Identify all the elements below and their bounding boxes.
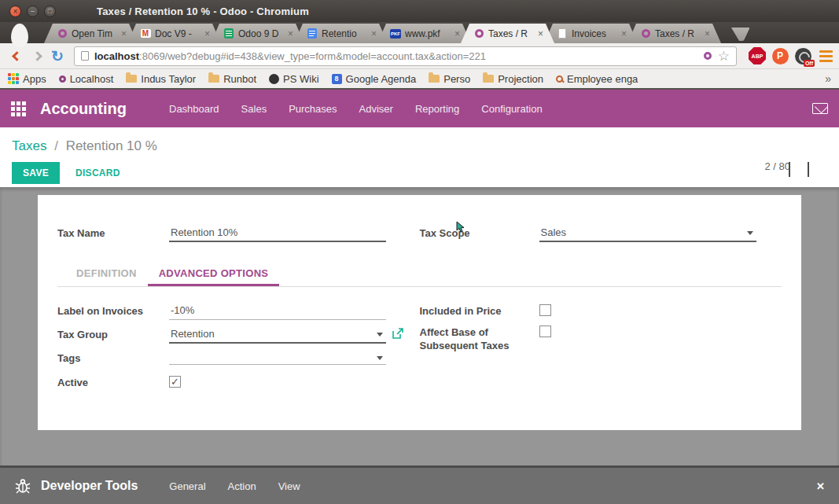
bookmark-google-agenda[interactable]: 8 Google Agenda (332, 73, 417, 85)
magnifier-icon (556, 75, 563, 83)
url-host: localhost (94, 50, 139, 62)
browser-tab-taxes-active[interactable]: Taxes / R × (461, 24, 554, 43)
bookmark-perso[interactable]: Perso (429, 73, 470, 85)
save-button[interactable]: SAVE (12, 162, 60, 184)
forward-icon (32, 51, 42, 61)
apps-grid-icon (8, 73, 19, 84)
window-controls: × – □ (9, 6, 56, 17)
internal-link-icon[interactable] (392, 328, 403, 341)
page-icon (81, 51, 89, 61)
browser-tab-retention-doc[interactable]: Retentio × (294, 24, 388, 43)
pager-next-button[interactable] (808, 162, 823, 175)
active-label: Active (57, 376, 169, 389)
app-name[interactable]: Accounting (40, 100, 127, 118)
chevron-down-icon (747, 231, 753, 235)
tax-name-input[interactable]: Retention 10% (169, 226, 386, 242)
ghostery-extension-button[interactable]: Off (794, 47, 811, 64)
tax-group-label: Tax Group (57, 328, 169, 341)
browser-menu-button[interactable] (819, 50, 833, 62)
tab-advanced-options[interactable]: ADVANCED OPTIONS (148, 259, 280, 286)
messages-envelope-icon[interactable] (812, 103, 828, 114)
form-notebook-tabs: DEFINITION ADVANCED OPTIONS (57, 259, 782, 287)
bookmark-indus-taylor[interactable]: Indus Taylor (126, 73, 196, 85)
reload-button[interactable]: ↻ (47, 46, 68, 65)
record-pager: 2 / 80 (764, 160, 790, 172)
bookmark-star-icon[interactable]: ☆ (718, 50, 730, 63)
tab-close-icon[interactable]: × (204, 28, 210, 39)
reload-icon: ↻ (51, 49, 64, 64)
menu-reporting[interactable]: Reporting (407, 98, 467, 120)
tab-close-icon[interactable]: × (454, 28, 460, 39)
menu-purchases[interactable]: Purchases (281, 98, 344, 120)
tab-close-icon[interactable]: × (371, 28, 377, 39)
discard-button[interactable]: DISCARD (75, 167, 120, 178)
affect-base-checkbox[interactable] (539, 326, 551, 337)
tax-group-select[interactable]: Retention (169, 328, 386, 344)
forward-button[interactable] (27, 46, 47, 65)
tax-scope-label: Tax Scope (420, 226, 539, 240)
tab-close-icon[interactable]: × (621, 28, 627, 39)
odoo-favicon-icon (57, 28, 68, 39)
odoo-favicon-icon (640, 28, 651, 39)
bookmark-employee-engagement[interactable]: Employee enga (556, 73, 638, 85)
tab-close-icon[interactable]: × (288, 28, 293, 39)
apps-menu-icon[interactable] (11, 101, 26, 116)
menu-adviser[interactable]: Adviser (351, 98, 401, 120)
window-minimize-button[interactable]: – (27, 6, 39, 17)
menu-configuration[interactable]: Configuration (473, 98, 550, 120)
bookmark-runbot[interactable]: Runbot (208, 73, 256, 85)
label-on-invoices-input[interactable]: -10% (169, 304, 386, 320)
bookmarks-overflow-chevron[interactable]: » (825, 72, 831, 85)
google-icon: 8 (332, 74, 342, 84)
new-tab-button[interactable] (720, 28, 750, 41)
odoo-top-menu: Dashboard Sales Purchases Adviser Report… (161, 98, 550, 120)
breadcrumb-current: Retention 10 % (66, 138, 157, 153)
included-in-price-checkbox[interactable] (539, 304, 551, 316)
browser-tab-taxes-2[interactable]: Taxes / R × (627, 24, 721, 43)
tax-name-label: Tax Name (57, 226, 169, 240)
devtools-menu: General Action View (161, 476, 307, 497)
bookmark-ps-wiki[interactable]: PS Wiki (269, 73, 319, 85)
tags-select[interactable] (169, 351, 386, 365)
devtools-menu-view[interactable]: View (270, 476, 308, 497)
profile-avatar[interactable] (11, 24, 28, 47)
browser-tab-pkf[interactable]: PKF www.pkf × (377, 24, 471, 43)
bookmark-localhost[interactable]: Localhost (59, 73, 114, 85)
tab-definition[interactable]: DEFINITION (65, 259, 148, 286)
browser-tab-doc[interactable]: M Doc V9 - × (127, 24, 221, 43)
tab-close-icon[interactable]: × (705, 28, 710, 39)
sheets-favicon-icon (223, 28, 234, 39)
bookmark-projection[interactable]: Projection (483, 73, 543, 85)
folder-icon (429, 75, 440, 83)
pkf-favicon-icon: PKF (390, 28, 401, 39)
affect-base-label: Affect Base of Subsequent Taxes (420, 326, 539, 352)
tab-close-icon[interactable]: × (121, 28, 127, 39)
pocket-extension-button[interactable]: P (771, 47, 789, 64)
tab-close-icon[interactable]: × (538, 28, 543, 39)
chevron-down-icon (377, 356, 383, 360)
adblock-extension-button[interactable]: ABP (749, 47, 766, 64)
menu-dashboard[interactable]: Dashboard (161, 98, 227, 120)
control-panel: Taxes / Retention 10 % SAVE DISCARD 2 / … (0, 127, 839, 187)
back-button[interactable] (6, 46, 27, 65)
tax-scope-select[interactable]: Sales (539, 226, 756, 242)
mouse-cursor-icon (456, 221, 465, 234)
browser-tab-open-timesheet[interactable]: Open Tim × (44, 24, 138, 43)
breadcrumb-taxes-link[interactable]: Taxes (12, 138, 46, 153)
label-on-invoices-label: Label on Invoices (57, 304, 169, 318)
odoo-main-navbar: Accounting Dashboard Sales Purchases Adv… (0, 90, 839, 127)
address-bar[interactable]: localhost :8069/web?debug#id=438&view_ty… (74, 46, 737, 66)
devtools-menu-action[interactable]: Action (220, 476, 264, 497)
window-close-button[interactable]: × (9, 6, 21, 17)
devtools-close-icon[interactable]: ✕ (816, 480, 825, 492)
pager-previous-button[interactable] (789, 162, 804, 175)
browser-tab-invoices[interactable]: Invoices × (544, 24, 638, 43)
devtools-title: Developer Tools (41, 479, 138, 493)
browser-tab-odoo9[interactable]: Odoo 9 D × (211, 24, 304, 43)
active-checkbox[interactable]: ✓ (169, 376, 181, 388)
bookmark-apps[interactable]: Apps (8, 73, 46, 85)
devtools-menu-general[interactable]: General (161, 476, 213, 497)
menu-sales[interactable]: Sales (234, 98, 275, 120)
form-sheet: Tax Name Retention 10% Tax Scope Sales D… (38, 195, 801, 430)
window-maximize-button[interactable]: □ (44, 6, 56, 17)
